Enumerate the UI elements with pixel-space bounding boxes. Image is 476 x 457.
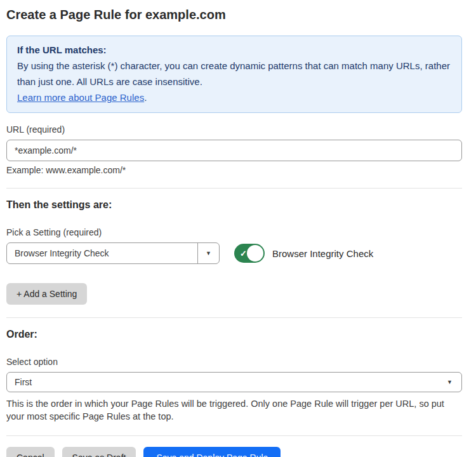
save-as-draft-button[interactable]: Save as Draft — [62, 447, 136, 457]
url-matches-info-box: If the URL matches: By using the asteris… — [6, 36, 462, 113]
create-page-rule-form: Create a Page Rule for example.com If th… — [0, 0, 476, 457]
settings-section-heading: Then the settings are: — [6, 199, 462, 211]
info-box-body: By using the asterisk (*) character, you… — [17, 58, 451, 89]
link-suffix: . — [144, 92, 147, 103]
order-helper-text: This is the order in which your Page Rul… — [6, 397, 462, 423]
info-box-link-line: Learn more about Page Rules. — [17, 89, 451, 105]
divider — [6, 188, 462, 189]
order-select-value: First — [15, 377, 32, 387]
setting-toggle-label: Browser Integrity Check — [272, 248, 373, 259]
save-and-deploy-button[interactable]: Save and Deploy Page Rule — [143, 447, 281, 457]
setting-select-value: Browser Integrity Check — [7, 243, 197, 263]
chevron-down-icon: ▼ — [447, 379, 453, 385]
setting-select-arrow-button[interactable]: ▼ — [197, 243, 219, 263]
chevron-down-icon: ▼ — [206, 250, 211, 256]
setting-picker-label: Pick a Setting (required) — [6, 227, 462, 237]
info-box-heading: If the URL matches: — [17, 42, 451, 58]
toggle-knob — [247, 245, 263, 262]
order-select-label: Select option — [6, 357, 462, 367]
page-title: Create a Page Rule for example.com — [6, 8, 462, 22]
check-icon: ✓ — [240, 249, 247, 258]
url-input[interactable] — [6, 140, 462, 161]
divider — [6, 435, 462, 436]
add-setting-button[interactable]: + Add a Setting — [6, 283, 87, 305]
setting-select[interactable]: Browser Integrity Check ▼ — [6, 242, 220, 264]
cancel-button[interactable]: Cancel — [6, 447, 55, 457]
url-field-label: URL (required) — [6, 124, 462, 135]
url-example-helper: Example: www.example.com/* — [6, 165, 462, 175]
divider — [6, 317, 462, 318]
footer-button-row: Cancel Save as Draft Save and Deploy Pag… — [6, 447, 462, 457]
setting-toggle[interactable]: ✓ — [234, 244, 265, 263]
order-section-heading: Order: — [6, 329, 462, 340]
order-select[interactable]: First ▼ — [6, 372, 462, 392]
learn-more-link[interactable]: Learn more about Page Rules — [17, 92, 144, 103]
setting-row: Browser Integrity Check ▼ ✓ Browser Inte… — [6, 242, 462, 264]
